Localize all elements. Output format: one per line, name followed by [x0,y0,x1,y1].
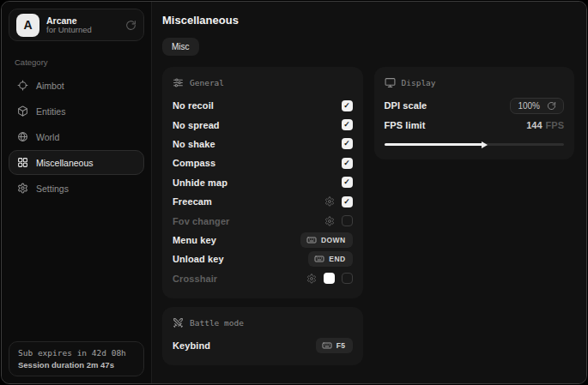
subscription-expiry: Sub expires in 42d 08h [18,348,135,358]
badge-value: 100% [518,101,540,111]
setting-label: Freecam [173,196,212,207]
panel-title: Battle mode [190,318,244,328]
value-unit: FPS [546,120,564,130]
entities-icon [17,105,28,117]
setting-label: FPS limit [385,120,426,130]
panel-title: Display [402,78,436,87]
subscription-card: Sub expires in 42d 08h Session duration … [9,341,144,376]
setting-row: KeybindF5 [173,336,353,355]
page-title: Miscellaneous [162,14,574,27]
checkbox[interactable] [342,215,353,226]
sidebar-item-settings[interactable]: Settings [9,176,144,201]
brand-card: A Arcane for Unturned [9,9,144,41]
brand-name: Arcane [46,15,92,26]
setting-row: FPS limit144FPS [385,115,565,134]
sidebar-nav: AimbotEntitiesWorldMiscellaneousSettings [2,73,151,201]
checkbox[interactable] [342,119,353,130]
keybind-value: F5 [336,341,346,350]
refresh-icon[interactable] [125,20,136,31]
checkbox[interactable] [342,158,353,169]
refresh-icon[interactable] [547,101,556,111]
checkbox[interactable] [342,100,353,111]
setting-label: Compass [173,158,215,168]
gear-icon[interactable] [306,274,317,284]
setting-label: No spread [173,120,220,130]
sidebar-item-aimbot[interactable]: Aimbot [9,73,144,98]
fps-limit-slider[interactable] [385,141,565,149]
checkbox[interactable] [342,196,353,208]
grid-icon [17,157,28,168]
main-content: Miscellaneous Misc General No recoilNo s… [152,2,586,383]
panel-general: General No recoilNo spreadNo shakeCompas… [162,67,363,298]
setting-row: Fov changer [173,211,353,230]
setting-label: No shake [173,139,215,149]
swords-icon [173,317,184,328]
tab-misc[interactable]: Misc [162,38,199,56]
panel-display: Display DPI scale100%FPS limit144FPS [374,67,575,159]
slider-fill [385,143,483,146]
setting-label: Keybind [173,340,210,351]
setting-row: Unhide map [173,173,353,192]
setting-row: Unload keyEND [173,250,353,268]
brand-subtitle: for Unturned [46,26,92,35]
sidebar-item-label: Entities [36,106,65,117]
sidebar-item-entities[interactable]: Entities [9,99,144,123]
sliders-icon [173,77,184,88]
setting-label: Unload key [173,254,224,264]
monitor-icon [385,77,396,88]
keybind-value: END [329,255,345,263]
sidebar-item-label: World [36,132,59,142]
setting-label: No recoil [173,100,214,111]
setting-row: DPI scale100% [385,96,565,115]
sidebar-item-label: Aimbot [36,81,64,91]
sidebar-item-label: Miscellaneous [36,158,94,168]
slider-value: 144FPS [526,120,564,130]
globe-icon [17,131,28,142]
setting-row: No recoil [173,96,353,115]
setting-label: Fov changer [173,216,230,226]
keybind-badge[interactable]: DOWN [300,232,353,248]
setting-row: Compass [173,153,353,172]
checkbox[interactable] [342,177,353,188]
keyboard-icon [314,254,324,264]
app-window: A Arcane for Unturned Category AimbotEnt… [1,1,587,384]
value-badge[interactable]: 100% [510,98,564,114]
setting-label: Unhide map [173,177,227,188]
setting-row: No shake [173,135,353,153]
checkbox[interactable] [342,273,353,284]
color-swatch[interactable] [324,273,335,284]
setting-row: Freecam [173,192,353,211]
sidebar-item-label: Settings [36,183,69,194]
setting-row: Menu keyDOWN [173,231,353,250]
setting-row: No spread [173,115,353,134]
sidebar: A Arcane for Unturned Category AimbotEnt… [2,2,152,383]
keybind-value: DOWN [321,236,346,244]
slider-thumb[interactable] [482,141,488,148]
gear-icon[interactable] [324,216,335,226]
panel-title: General [190,78,224,87]
setting-label: Crosshair [173,274,217,284]
setting-label: DPI scale [385,100,427,111]
setting-row: Crosshair [173,269,353,288]
sidebar-item-miscellaneous[interactable]: Miscellaneous [9,150,144,175]
session-duration: Session duration 2m 47s [18,360,135,370]
value-number: 144 [526,120,542,130]
crosshair-icon [17,80,28,91]
brand-logo: A [16,14,39,37]
sidebar-item-world[interactable]: World [9,124,144,149]
gear-icon[interactable] [324,196,335,207]
category-label: Category [15,57,138,67]
keybind-badge[interactable]: F5 [316,338,353,353]
setting-label: Menu key [173,235,216,245]
checkbox[interactable] [342,138,353,149]
gear-icon [17,183,28,194]
panel-battle-mode: Battle mode KeybindF5 [162,307,363,365]
keybind-badge[interactable]: END [308,251,352,267]
keyboard-icon [306,235,317,245]
keyboard-icon [322,340,332,351]
